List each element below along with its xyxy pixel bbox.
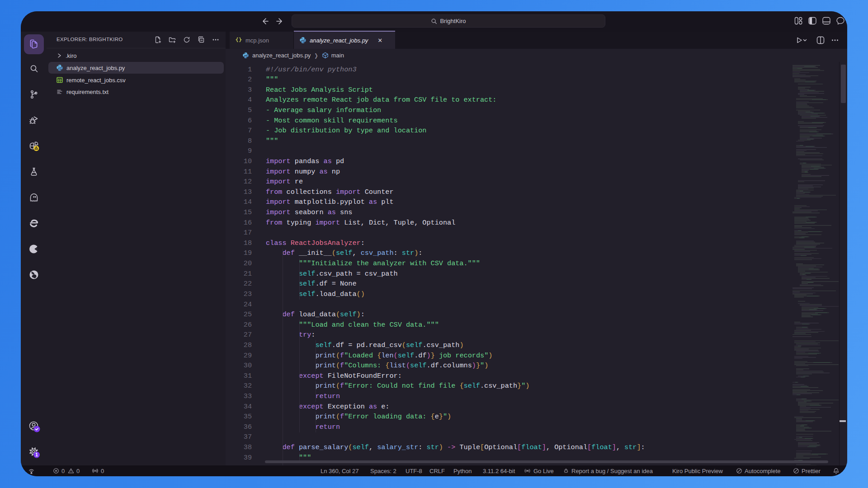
svg-text:1: 1 <box>35 452 38 457</box>
